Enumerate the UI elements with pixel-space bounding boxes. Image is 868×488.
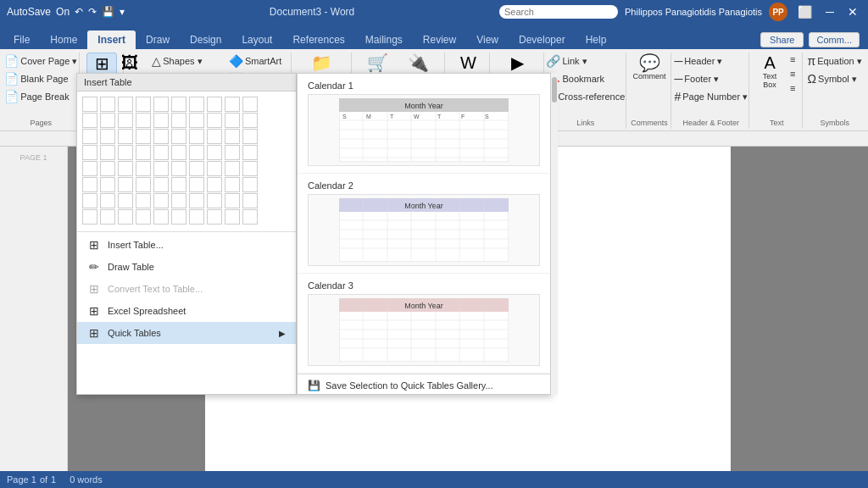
tab-help[interactable]: Help: [576, 30, 617, 49]
grid-cell[interactable]: [153, 161, 169, 176]
text-align1[interactable]: ≡: [787, 53, 798, 66]
comments-button[interactable]: Comm...: [809, 32, 860, 47]
grid-cell[interactable]: [82, 97, 97, 112]
grid-cell[interactable]: [189, 177, 204, 192]
save-to-gallery-row[interactable]: 💾 Save Selection to Quick Tables Gallery…: [298, 374, 550, 395]
grid-cell[interactable]: [189, 209, 204, 225]
link-button[interactable]: 🔗 Link ▾: [542, 53, 628, 69]
grid-cell[interactable]: [207, 177, 222, 192]
grid-cell[interactable]: [189, 145, 204, 160]
calendar-1-item[interactable]: Calendar 1 Month Year: [298, 74, 550, 174]
footer-button[interactable]: ─ Footer ▾: [670, 70, 751, 87]
grid-cell[interactable]: [242, 193, 258, 208]
grid-cell[interactable]: [225, 113, 240, 128]
grid-cell[interactable]: [189, 193, 204, 208]
close-button[interactable]: ✕: [844, 5, 861, 19]
grid-cell[interactable]: [153, 97, 169, 112]
grid-cell[interactable]: [207, 113, 222, 128]
page-break-button[interactable]: 📄 Page Break: [1, 88, 81, 105]
grid-cell[interactable]: [136, 209, 151, 225]
grid-cell[interactable]: [207, 161, 222, 176]
grid-cell[interactable]: [242, 97, 258, 112]
grid-cell[interactable]: [118, 97, 133, 112]
grid-cell[interactable]: [118, 113, 133, 128]
grid-cell[interactable]: [171, 145, 186, 160]
grid-cell[interactable]: [136, 145, 151, 160]
grid-cell[interactable]: [242, 129, 258, 144]
grid-cell[interactable]: [82, 129, 97, 144]
grid-cell[interactable]: [153, 145, 169, 160]
grid-cell[interactable]: [153, 113, 169, 128]
grid-cell[interactable]: [171, 177, 186, 192]
grid-cell[interactable]: [118, 129, 133, 144]
grid-cell[interactable]: [100, 161, 115, 176]
quick-tables-scrollbar[interactable]: [551, 73, 558, 395]
grid-cell[interactable]: [171, 129, 186, 144]
grid-cell[interactable]: [171, 209, 186, 225]
grid-cell[interactable]: [207, 145, 222, 160]
equation-button[interactable]: π Equation ▾: [804, 53, 865, 69]
grid-cell[interactable]: [207, 129, 222, 144]
grid-cell[interactable]: [225, 145, 240, 160]
grid-cell[interactable]: [225, 129, 240, 144]
grid-cell[interactable]: [153, 177, 169, 192]
minimize-button[interactable]: ─: [822, 5, 837, 19]
grid-cell[interactable]: [82, 177, 97, 192]
customize-icon[interactable]: ▾: [120, 6, 125, 18]
tab-design[interactable]: Design: [180, 30, 231, 49]
symbol-button[interactable]: Ω Symbol ▾: [804, 70, 865, 87]
grid-cell[interactable]: [225, 177, 240, 192]
grid-cell[interactable]: [100, 209, 115, 225]
text-align2[interactable]: ≡: [787, 67, 798, 80]
grid-cell[interactable]: [100, 97, 115, 112]
grid-cell[interactable]: [171, 97, 186, 112]
grid-cell[interactable]: [118, 193, 133, 208]
calendar-3-item[interactable]: Calendar 3 Month Year: [298, 274, 550, 374]
page-num-button[interactable]: # Page Number ▾: [670, 88, 751, 105]
ribbon-collapse-button[interactable]: ⬜: [794, 5, 815, 19]
grid-cell[interactable]: [153, 209, 169, 225]
autosave-toggle[interactable]: On: [56, 6, 70, 18]
grid-cell[interactable]: [171, 193, 186, 208]
grid-cell[interactable]: [82, 145, 97, 160]
draw-table-item[interactable]: ✏ Draw Table: [77, 256, 296, 278]
insert-table-item[interactable]: ⊞ Insert Table...: [77, 234, 296, 256]
quick-tables-item[interactable]: ⊞ Quick Tables ▶: [77, 322, 296, 344]
grid-cell[interactable]: [189, 129, 204, 144]
grid-cell[interactable]: [100, 113, 115, 128]
tab-draw[interactable]: Draw: [136, 30, 180, 49]
grid-cell[interactable]: [242, 177, 258, 192]
excel-spreadsheet-item[interactable]: ⊞ Excel Spreadsheet: [77, 300, 296, 322]
grid-cell[interactable]: [207, 193, 222, 208]
grid-cell[interactable]: [242, 145, 258, 160]
grid-cell[interactable]: [171, 113, 186, 128]
grid-cell[interactable]: [225, 209, 240, 225]
comment-button[interactable]: 💬 Comment: [630, 53, 670, 82]
grid-cell[interactable]: [225, 97, 240, 112]
grid-cell[interactable]: [189, 113, 204, 128]
grid-cell[interactable]: [82, 113, 97, 128]
grid-cell[interactable]: [153, 129, 169, 144]
smartart-button[interactable]: 🔷 SmartArt: [225, 53, 303, 69]
search-input[interactable]: [499, 5, 618, 19]
tab-home[interactable]: Home: [40, 30, 87, 49]
share-button[interactable]: Share: [760, 32, 804, 47]
grid-cell[interactable]: [136, 97, 151, 112]
grid-cell[interactable]: [136, 129, 151, 144]
grid-cell[interactable]: [100, 193, 115, 208]
header-button[interactable]: ─ Header ▾: [670, 53, 751, 69]
text-align3[interactable]: ≡: [787, 81, 798, 95]
cell-grid[interactable]: [77, 92, 296, 230]
grid-cell[interactable]: [242, 113, 258, 128]
tab-references[interactable]: References: [282, 30, 354, 49]
save-icon[interactable]: 💾: [102, 6, 114, 18]
grid-cell[interactable]: [118, 145, 133, 160]
tab-view[interactable]: View: [466, 30, 509, 49]
grid-cell[interactable]: [136, 193, 151, 208]
grid-cell[interactable]: [100, 145, 115, 160]
grid-cell[interactable]: [207, 97, 222, 112]
grid-cell[interactable]: [136, 113, 151, 128]
redo-icon[interactable]: ↷: [88, 6, 97, 18]
tab-layout[interactable]: Layout: [231, 30, 282, 49]
tab-review[interactable]: Review: [413, 30, 466, 49]
